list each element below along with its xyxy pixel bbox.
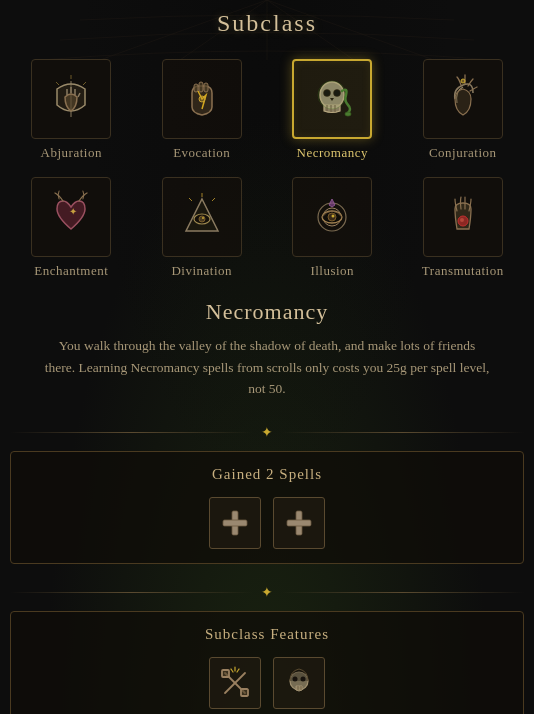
svg-point-23: [318, 81, 346, 109]
evocation-icon: [174, 71, 230, 127]
svg-rect-46: [222, 670, 229, 677]
page-title: Subclass: [217, 10, 317, 37]
transmutation-label: Transmutation: [422, 263, 504, 279]
svg-point-39: [460, 218, 464, 222]
enchantment-label: Enchantment: [34, 263, 108, 279]
transmutation-icon-wrapper: [423, 177, 503, 257]
svg-text:✦: ✦: [69, 206, 77, 217]
divider-line-left: [10, 432, 253, 433]
subclass-item-transmutation[interactable]: Transmutation: [402, 173, 525, 283]
conjuration-label: Conjuration: [429, 145, 497, 161]
cross-icon-1: [219, 507, 251, 539]
svg-rect-47: [241, 689, 248, 696]
spell-icon-1[interactable]: [209, 497, 261, 549]
svg-rect-41: [223, 520, 247, 526]
feature-icon-1[interactable]: [209, 657, 261, 709]
conjuration-icon-wrapper: [423, 59, 503, 139]
necromancy-icon: [304, 71, 360, 127]
divination-label: Divination: [171, 263, 232, 279]
divination-icon-wrapper: [162, 177, 242, 257]
illusion-label: Illusion: [310, 263, 354, 279]
divider-line-right: [281, 432, 524, 433]
divider-star-2: ✦: [261, 584, 273, 601]
subclass-item-conjuration[interactable]: Conjuration: [402, 55, 525, 165]
svg-point-28: [202, 217, 204, 219]
subclass-item-illusion[interactable]: Illusion: [271, 173, 394, 283]
evocation-icon-wrapper: [162, 59, 242, 139]
subclass-features-box: Subclass Features: [10, 611, 524, 714]
svg-rect-14: [204, 83, 208, 92]
svg-point-24: [461, 79, 465, 83]
necromancy-feature-icon: [281, 665, 317, 701]
conjuration-icon: [435, 71, 491, 127]
svg-line-49: [237, 669, 239, 672]
gained-spells-box: Gained 2 Spells: [10, 451, 524, 564]
feature-icon-2[interactable]: [273, 657, 325, 709]
svg-line-50: [231, 669, 233, 672]
svg-line-10: [83, 82, 86, 85]
svg-marker-37: [329, 199, 335, 207]
svg-line-30: [212, 198, 215, 201]
illusion-icon-wrapper: [292, 177, 372, 257]
enchantment-icon-wrapper: ✦: [31, 177, 111, 257]
divider-1: ✦: [10, 424, 524, 441]
spell-icon-2[interactable]: [273, 497, 325, 549]
illusion-icon: [304, 189, 360, 245]
spells-row: [27, 497, 507, 549]
divider-star: ✦: [261, 424, 273, 441]
subclass-features-title: Subclass Features: [27, 626, 507, 643]
svg-point-27: [199, 216, 205, 222]
divination-icon: [174, 189, 230, 245]
features-row: [27, 657, 507, 709]
abjuration-icon: [43, 71, 99, 127]
gained-spells-title: Gained 2 Spells: [27, 466, 507, 483]
necromancy-label: Necromancy: [297, 145, 368, 161]
svg-point-22: [345, 112, 351, 116]
svg-rect-13: [199, 82, 203, 92]
svg-point-15: [199, 96, 205, 102]
tools-icon: [217, 665, 253, 701]
abjuration-label: Abjuration: [41, 145, 102, 161]
subclass-item-necromancy[interactable]: Necromancy: [271, 55, 394, 165]
evocation-label: Evocation: [173, 145, 230, 161]
svg-point-36: [332, 215, 335, 218]
cross-icon-2: [283, 507, 315, 539]
enchantment-icon: ✦: [43, 189, 99, 245]
svg-line-31: [189, 198, 192, 201]
divider-line-left-2: [10, 592, 253, 593]
divider-line-right-2: [281, 592, 524, 593]
subclass-item-evocation[interactable]: Evocation: [141, 55, 264, 165]
svg-rect-12: [194, 84, 198, 92]
transmutation-icon: [435, 189, 491, 245]
svg-rect-43: [287, 520, 311, 526]
subclass-grid: Abjuration: [10, 55, 524, 283]
selected-subclass-description: You walk through the valley of the shado…: [42, 335, 492, 400]
svg-line-11: [56, 82, 59, 85]
abjuration-icon-wrapper: [31, 59, 111, 139]
divider-2: ✦: [10, 584, 524, 601]
subclass-item-abjuration[interactable]: Abjuration: [10, 55, 133, 165]
subclass-item-enchantment[interactable]: ✦ Enchantment: [10, 173, 133, 283]
selected-subclass-title: Necromancy: [206, 299, 328, 325]
necromancy-icon-wrapper: [292, 59, 372, 139]
subclass-item-divination[interactable]: Divination: [141, 173, 264, 283]
